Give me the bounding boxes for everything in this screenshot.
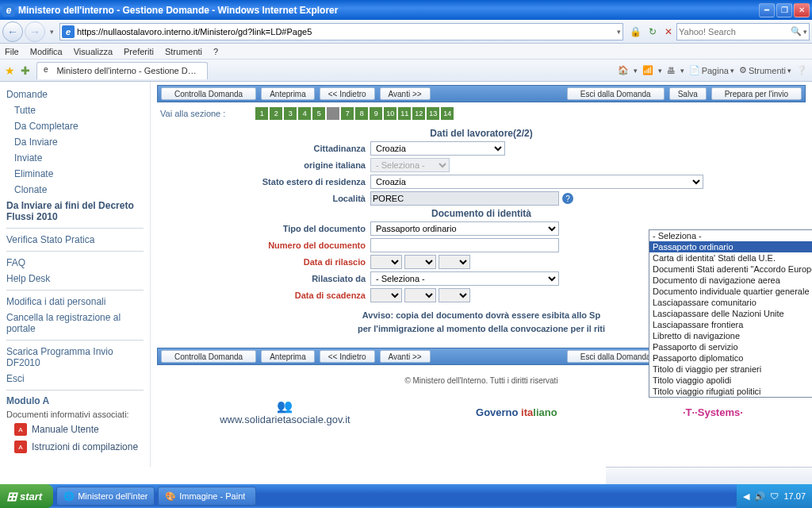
salva-button[interactable]: Salva <box>669 87 707 100</box>
forward-button[interactable]: → <box>25 21 45 42</box>
section-page-3[interactable]: 3 <box>284 107 297 120</box>
dropdown-option[interactable]: Documento di navigazione aerea <box>649 275 812 286</box>
tray-icon[interactable]: 🔊 <box>754 491 765 502</box>
print-icon[interactable]: 🖶 <box>667 66 676 75</box>
favorites-star-icon[interactable]: ★ <box>5 64 17 77</box>
section-page-13[interactable]: 13 <box>427 107 439 120</box>
url-input[interactable] <box>77 27 617 37</box>
sidebar-item-scarica[interactable]: Scarica Programma Invio DF2010 <box>6 344 144 371</box>
tools-menu[interactable]: ⚙Strumenti▾ <box>739 65 791 75</box>
anteprima-button[interactable]: Anteprima <box>261 87 315 100</box>
sidebar-item-inviate[interactable]: Inviate <box>6 150 144 166</box>
sidebar-doc-manuale[interactable]: AManuale Utente <box>6 421 144 438</box>
select-statoestero[interactable]: Croazia <box>370 175 703 189</box>
page-menu[interactable]: 📄Pagina▾ <box>689 65 734 75</box>
menu-file[interactable]: File <box>5 47 19 56</box>
logo-governo[interactable]: Governo italiano <box>476 406 557 418</box>
input-numerodoc[interactable] <box>370 238 559 252</box>
stop-button[interactable]: ✕ <box>661 24 676 40</box>
home-icon[interactable]: 🏠 <box>618 65 629 75</box>
indietro-button[interactable]: << Indietro <box>320 350 375 363</box>
sidebar-item-dacompletare[interactable]: Da Completare <box>6 118 144 134</box>
section-page-5[interactable]: 5 <box>312 107 325 120</box>
prepara-button[interactable]: Prepara per l'invio <box>711 87 802 100</box>
dropdown-option[interactable]: Lasciapassare delle Nazioni Unite <box>649 308 812 319</box>
nav-history-dropdown[interactable]: ▾ <box>47 28 56 36</box>
start-button[interactable]: ⊞start <box>0 484 53 508</box>
tray-icon[interactable]: ◀ <box>743 491 749 502</box>
dropdown-option[interactable]: Documento individuale quartier generale … <box>649 286 812 297</box>
close-button[interactable]: ✕ <box>794 3 810 17</box>
help-icon[interactable]: ❔ <box>796 65 807 75</box>
search-go-icon[interactable]: 🔍 <box>791 26 802 37</box>
section-page-2[interactable]: 2 <box>270 107 282 120</box>
avanti-button[interactable]: Avanti >> <box>380 350 431 363</box>
date-scadenza[interactable] <box>370 288 470 302</box>
sidebar-item-esci[interactable]: Esci <box>6 371 144 387</box>
section-page-1[interactable]: 1 <box>255 107 268 120</box>
sidebar-item-eliminate[interactable]: Eliminate <box>6 166 144 182</box>
sidebar-item-clonate[interactable]: Clonate <box>6 182 144 198</box>
search-dropdown-icon[interactable]: ▾ <box>803 28 807 36</box>
logo-tsystems[interactable]: ·T··Systems· <box>683 406 743 418</box>
menu-help[interactable]: ? <box>213 47 218 56</box>
maximize-button[interactable]: ❐ <box>776 3 792 17</box>
select-cittadinanza[interactable]: Croazia <box>370 141 505 156</box>
taskbar-item-ie[interactable]: 🌐Ministero dell'interno ... <box>56 487 155 506</box>
menu-favorites[interactable]: Preferiti <box>124 47 154 56</box>
sidebar-item-verifica[interactable]: Verifica Stato Pratica <box>6 232 144 248</box>
help-icon[interactable]: ? <box>562 193 573 204</box>
sidebar-item-helpdesk[interactable]: Help Desk <box>6 271 144 287</box>
search-box[interactable]: 🔍 ▾ <box>676 23 810 40</box>
section-page-9[interactable]: 9 <box>370 107 382 120</box>
add-favorites-icon[interactable]: ✚ <box>21 64 33 77</box>
menu-tools[interactable]: Strumenti <box>165 47 202 56</box>
section-page-6[interactable] <box>327 107 339 120</box>
dropdown-option[interactable]: - Seleziona - <box>649 230 812 241</box>
menu-edit[interactable]: Modifica <box>30 47 63 56</box>
section-page-10[interactable]: 10 <box>384 107 396 120</box>
logo-solidarieta[interactable]: 👥 www.solidarietasociale.gov.it <box>220 398 350 425</box>
esci-button[interactable]: Esci dalla Domanda <box>567 87 665 100</box>
anteprima-button[interactable]: Anteprima <box>261 350 315 363</box>
dropdown-option[interactable]: Passaporto di servizio <box>649 341 812 352</box>
controlla-button[interactable]: Controlla Domanda <box>161 87 256 100</box>
search-input[interactable] <box>679 27 791 37</box>
avanti-button[interactable]: Avanti >> <box>380 87 431 100</box>
section-page-14[interactable]: 14 <box>441 107 454 120</box>
browser-tab[interactable]: e Ministero dell'interno - Gestione Doma… <box>36 62 208 79</box>
dropdown-option[interactable]: Passaporto ordinario <box>649 241 812 252</box>
refresh-button[interactable]: ↻ <box>645 24 661 40</box>
section-page-11[interactable]: 11 <box>398 107 411 120</box>
section-page-4[interactable]: 4 <box>298 107 311 120</box>
sidebar-item-cancella[interactable]: Cancella la registrazione al portale <box>6 310 144 337</box>
sidebar-item-domande[interactable]: Domande <box>6 87 144 102</box>
dropdown-option[interactable]: Documenti Stati aderenti "Accordo Europe… <box>649 264 812 275</box>
sidebar-doc-istruzioni[interactable]: AIstruzioni di compilazione <box>6 438 144 456</box>
select-tipodoc[interactable]: Passaporto ordinario <box>370 221 559 236</box>
sidebar-item-decretoflussi[interactable]: Da Inviare ai fini del Decreto Flussi 20… <box>6 198 144 225</box>
dropdown-option[interactable]: Titolo viaggio apolidi <box>649 375 812 386</box>
sidebar-item-dainviare[interactable]: Da Inviare <box>6 134 144 150</box>
indietro-button[interactable]: << Indietro <box>320 87 375 100</box>
dropdown-option[interactable]: Lasciapassare frontiera <box>649 319 812 330</box>
sidebar-item-tutte[interactable]: Tutte <box>6 102 144 118</box>
url-field-wrap[interactable]: e ▾ <box>59 23 623 40</box>
system-tray[interactable]: ◀ 🔊 🛡 17.07 <box>737 484 812 508</box>
dropdown-option[interactable]: Carta di identita' Stati della U.E. <box>649 252 812 264</box>
date-rilascio[interactable] <box>370 255 470 269</box>
url-dropdown-icon[interactable]: ▾ <box>617 28 621 36</box>
back-button[interactable]: ← <box>2 21 23 42</box>
dropdown-option[interactable]: Lasciapassare comunitario <box>649 297 812 308</box>
taskbar-item-paint[interactable]: 🎨Immagine - Paint <box>158 487 256 506</box>
tipodoc-dropdown-list[interactable]: - Seleziona -Passaporto ordinarioCarta d… <box>649 229 812 398</box>
controlla-button[interactable]: Controlla Domanda <box>161 350 256 363</box>
dropdown-option[interactable]: Titolo di viaggio per stranieri <box>649 364 812 375</box>
minimize-button[interactable]: ━ <box>759 3 775 17</box>
select-rilasciatoda[interactable]: - Seleziona - <box>370 271 559 286</box>
sidebar-item-modifica[interactable]: Modifica i dati personali <box>6 294 144 310</box>
menu-view[interactable]: Visualizza <box>74 47 113 56</box>
sidebar-item-faq[interactable]: FAQ <box>6 255 144 271</box>
feeds-icon[interactable]: 📶 <box>642 65 653 75</box>
tray-icon[interactable]: 🛡 <box>770 491 779 501</box>
